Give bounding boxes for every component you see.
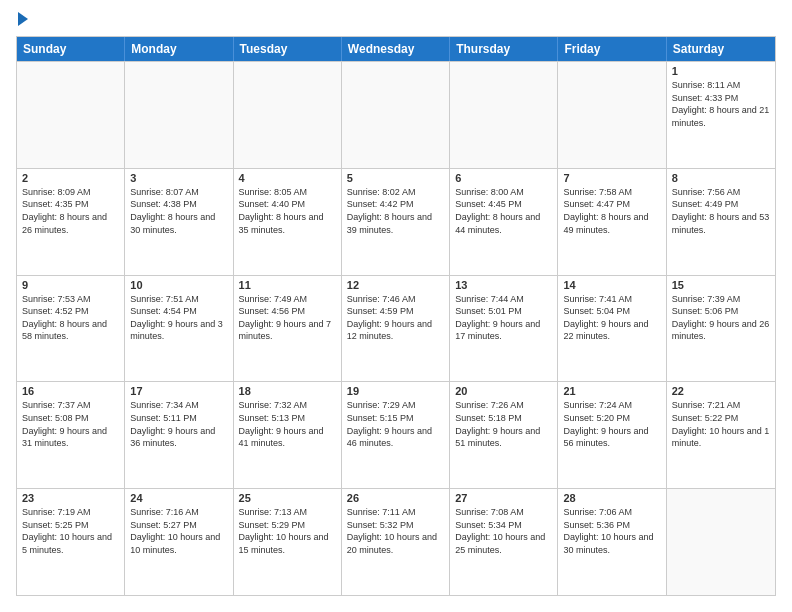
header-day-thursday: Thursday: [450, 37, 558, 61]
calendar-cell: 25Sunrise: 7:13 AMSunset: 5:29 PMDayligh…: [234, 489, 342, 595]
day-info: Sunrise: 8:00 AMSunset: 4:45 PMDaylight:…: [455, 186, 552, 236]
calendar-cell: [342, 62, 450, 168]
day-number: 25: [239, 492, 336, 504]
day-info: Sunrise: 8:05 AMSunset: 4:40 PMDaylight:…: [239, 186, 336, 236]
day-number: 11: [239, 279, 336, 291]
calendar: SundayMondayTuesdayWednesdayThursdayFrid…: [16, 36, 776, 596]
calendar-cell: 13Sunrise: 7:44 AMSunset: 5:01 PMDayligh…: [450, 276, 558, 382]
day-number: 23: [22, 492, 119, 504]
calendar-cell: 18Sunrise: 7:32 AMSunset: 5:13 PMDayligh…: [234, 382, 342, 488]
header-day-sunday: Sunday: [17, 37, 125, 61]
calendar-cell: 26Sunrise: 7:11 AMSunset: 5:32 PMDayligh…: [342, 489, 450, 595]
calendar-cell: 3Sunrise: 8:07 AMSunset: 4:38 PMDaylight…: [125, 169, 233, 275]
day-info: Sunrise: 7:56 AMSunset: 4:49 PMDaylight:…: [672, 186, 770, 236]
calendar-cell: [667, 489, 775, 595]
day-number: 4: [239, 172, 336, 184]
day-info: Sunrise: 7:08 AMSunset: 5:34 PMDaylight:…: [455, 506, 552, 556]
day-info: Sunrise: 7:37 AMSunset: 5:08 PMDaylight:…: [22, 399, 119, 449]
day-number: 9: [22, 279, 119, 291]
header-day-saturday: Saturday: [667, 37, 775, 61]
day-number: 8: [672, 172, 770, 184]
day-number: 19: [347, 385, 444, 397]
day-info: Sunrise: 7:32 AMSunset: 5:13 PMDaylight:…: [239, 399, 336, 449]
day-info: Sunrise: 7:26 AMSunset: 5:18 PMDaylight:…: [455, 399, 552, 449]
day-info: Sunrise: 8:07 AMSunset: 4:38 PMDaylight:…: [130, 186, 227, 236]
day-number: 17: [130, 385, 227, 397]
day-info: Sunrise: 8:11 AMSunset: 4:33 PMDaylight:…: [672, 79, 770, 129]
day-info: Sunrise: 7:53 AMSunset: 4:52 PMDaylight:…: [22, 293, 119, 343]
day-number: 26: [347, 492, 444, 504]
calendar-cell: 28Sunrise: 7:06 AMSunset: 5:36 PMDayligh…: [558, 489, 666, 595]
calendar-cell: 6Sunrise: 8:00 AMSunset: 4:45 PMDaylight…: [450, 169, 558, 275]
day-number: 2: [22, 172, 119, 184]
logo: [16, 16, 28, 26]
calendar-cell: 24Sunrise: 7:16 AMSunset: 5:27 PMDayligh…: [125, 489, 233, 595]
calendar-cell: [558, 62, 666, 168]
calendar-cell: 14Sunrise: 7:41 AMSunset: 5:04 PMDayligh…: [558, 276, 666, 382]
calendar-cell: 27Sunrise: 7:08 AMSunset: 5:34 PMDayligh…: [450, 489, 558, 595]
header-day-tuesday: Tuesday: [234, 37, 342, 61]
day-info: Sunrise: 8:02 AMSunset: 4:42 PMDaylight:…: [347, 186, 444, 236]
day-info: Sunrise: 7:19 AMSunset: 5:25 PMDaylight:…: [22, 506, 119, 556]
day-info: Sunrise: 7:51 AMSunset: 4:54 PMDaylight:…: [130, 293, 227, 343]
day-number: 7: [563, 172, 660, 184]
calendar-cell: 1Sunrise: 8:11 AMSunset: 4:33 PMDaylight…: [667, 62, 775, 168]
logo-arrow-icon: [18, 12, 28, 26]
calendar-cell: 4Sunrise: 8:05 AMSunset: 4:40 PMDaylight…: [234, 169, 342, 275]
day-number: 24: [130, 492, 227, 504]
day-info: Sunrise: 7:41 AMSunset: 5:04 PMDaylight:…: [563, 293, 660, 343]
header: [16, 16, 776, 26]
day-info: Sunrise: 7:16 AMSunset: 5:27 PMDaylight:…: [130, 506, 227, 556]
calendar-cell: 9Sunrise: 7:53 AMSunset: 4:52 PMDaylight…: [17, 276, 125, 382]
day-info: Sunrise: 7:11 AMSunset: 5:32 PMDaylight:…: [347, 506, 444, 556]
calendar-cell: 16Sunrise: 7:37 AMSunset: 5:08 PMDayligh…: [17, 382, 125, 488]
day-number: 18: [239, 385, 336, 397]
calendar-cell: 12Sunrise: 7:46 AMSunset: 4:59 PMDayligh…: [342, 276, 450, 382]
calendar-cell: 22Sunrise: 7:21 AMSunset: 5:22 PMDayligh…: [667, 382, 775, 488]
day-number: 5: [347, 172, 444, 184]
day-number: 27: [455, 492, 552, 504]
calendar-cell: 8Sunrise: 7:56 AMSunset: 4:49 PMDaylight…: [667, 169, 775, 275]
day-number: 1: [672, 65, 770, 77]
day-info: Sunrise: 7:46 AMSunset: 4:59 PMDaylight:…: [347, 293, 444, 343]
calendar-cell: 2Sunrise: 8:09 AMSunset: 4:35 PMDaylight…: [17, 169, 125, 275]
calendar-cell: 7Sunrise: 7:58 AMSunset: 4:47 PMDaylight…: [558, 169, 666, 275]
calendar-cell: 11Sunrise: 7:49 AMSunset: 4:56 PMDayligh…: [234, 276, 342, 382]
header-day-wednesday: Wednesday: [342, 37, 450, 61]
day-number: 12: [347, 279, 444, 291]
calendar-cell: 20Sunrise: 7:26 AMSunset: 5:18 PMDayligh…: [450, 382, 558, 488]
day-info: Sunrise: 7:06 AMSunset: 5:36 PMDaylight:…: [563, 506, 660, 556]
calendar-cell: [125, 62, 233, 168]
day-number: 10: [130, 279, 227, 291]
calendar-cell: 5Sunrise: 8:02 AMSunset: 4:42 PMDaylight…: [342, 169, 450, 275]
header-day-friday: Friday: [558, 37, 666, 61]
calendar-cell: [234, 62, 342, 168]
header-day-monday: Monday: [125, 37, 233, 61]
day-info: Sunrise: 7:58 AMSunset: 4:47 PMDaylight:…: [563, 186, 660, 236]
calendar-cell: 23Sunrise: 7:19 AMSunset: 5:25 PMDayligh…: [17, 489, 125, 595]
day-info: Sunrise: 7:49 AMSunset: 4:56 PMDaylight:…: [239, 293, 336, 343]
calendar-cell: 21Sunrise: 7:24 AMSunset: 5:20 PMDayligh…: [558, 382, 666, 488]
day-info: Sunrise: 7:44 AMSunset: 5:01 PMDaylight:…: [455, 293, 552, 343]
day-info: Sunrise: 7:29 AMSunset: 5:15 PMDaylight:…: [347, 399, 444, 449]
calendar-cell: 19Sunrise: 7:29 AMSunset: 5:15 PMDayligh…: [342, 382, 450, 488]
calendar-row-5: 23Sunrise: 7:19 AMSunset: 5:25 PMDayligh…: [17, 488, 775, 595]
calendar-row-4: 16Sunrise: 7:37 AMSunset: 5:08 PMDayligh…: [17, 381, 775, 488]
day-number: 14: [563, 279, 660, 291]
day-number: 21: [563, 385, 660, 397]
day-info: Sunrise: 7:24 AMSunset: 5:20 PMDaylight:…: [563, 399, 660, 449]
calendar-cell: [17, 62, 125, 168]
day-info: Sunrise: 7:13 AMSunset: 5:29 PMDaylight:…: [239, 506, 336, 556]
day-number: 20: [455, 385, 552, 397]
day-number: 13: [455, 279, 552, 291]
day-number: 22: [672, 385, 770, 397]
calendar-row-2: 2Sunrise: 8:09 AMSunset: 4:35 PMDaylight…: [17, 168, 775, 275]
day-info: Sunrise: 7:39 AMSunset: 5:06 PMDaylight:…: [672, 293, 770, 343]
calendar-row-3: 9Sunrise: 7:53 AMSunset: 4:52 PMDaylight…: [17, 275, 775, 382]
day-number: 16: [22, 385, 119, 397]
calendar-row-1: 1Sunrise: 8:11 AMSunset: 4:33 PMDaylight…: [17, 61, 775, 168]
day-number: 3: [130, 172, 227, 184]
calendar-cell: 17Sunrise: 7:34 AMSunset: 5:11 PMDayligh…: [125, 382, 233, 488]
calendar-cell: [450, 62, 558, 168]
day-number: 6: [455, 172, 552, 184]
